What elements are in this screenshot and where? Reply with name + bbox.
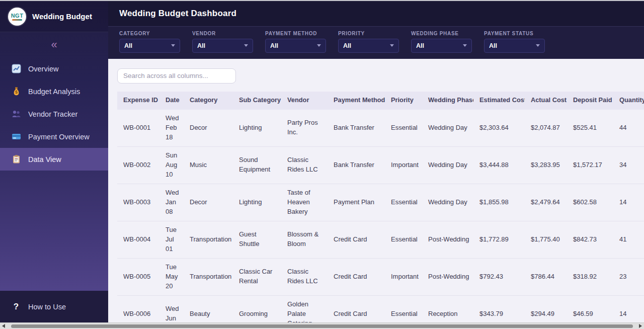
column-header[interactable]: Deposit Paid: [567, 92, 613, 110]
table-cell: $343.79: [473, 296, 525, 322]
sidebar-item-vendor-tracker[interactable]: Vendor Tracker: [0, 103, 108, 125]
horizontal-scrollbar[interactable]: [0, 322, 644, 329]
table-cell: WB-0002: [117, 147, 159, 184]
wedding-phase-select[interactable]: All: [411, 39, 472, 53]
brand-logo-icon: NGT: [8, 8, 26, 26]
filter-label: PAYMENT METHOD: [265, 31, 326, 36]
table-header: Expense IDDateCategorySub CategoryVendor…: [117, 92, 644, 110]
table-cell: $786.44: [525, 259, 567, 295]
category-select[interactable]: All: [119, 39, 180, 53]
table-cell: Credit Card: [328, 259, 385, 295]
table-cell: Decor: [184, 110, 233, 146]
table-cell: WB-0001: [117, 110, 159, 146]
table-cell: Lighting: [233, 184, 281, 221]
table-cell: $1,772.89: [473, 221, 525, 258]
chevron-down-icon: [390, 44, 394, 47]
data-table: Expense IDDateCategorySub CategoryVendor…: [117, 92, 644, 322]
column-header[interactable]: Estimated Cost: [473, 92, 525, 110]
table-cell: Credit Card: [328, 221, 385, 258]
sidebar-item-data-view[interactable]: Data View: [0, 148, 108, 171]
sidebar-item-how-to-use[interactable]: ? How to Use: [0, 291, 108, 322]
scroll-left-icon[interactable]: [2, 324, 5, 328]
payment-method-select[interactable]: All: [265, 39, 326, 53]
sidebar-item-payment-overview[interactable]: Payment Overview: [0, 125, 108, 148]
table-cell: Payment Plan: [328, 184, 385, 221]
table-cell: Essential: [385, 110, 422, 146]
search-input[interactable]: [117, 68, 236, 84]
scroll-right-icon[interactable]: [639, 324, 642, 328]
filter-label: WEDDING PHASE: [411, 31, 472, 36]
filter-payment-status: PAYMENT STATUS All: [484, 31, 545, 53]
table-cell: $2,303.64: [473, 110, 525, 146]
table-cell: Music: [184, 147, 233, 184]
select-value: All: [489, 42, 497, 49]
table-cell: Essential: [385, 221, 422, 258]
sidebar-item-label: Payment Overview: [28, 133, 90, 141]
priority-select[interactable]: All: [338, 39, 399, 53]
table-cell: 23: [613, 259, 644, 295]
column-header[interactable]: Vendor: [281, 92, 328, 110]
payment-status-select[interactable]: All: [484, 39, 545, 53]
filter-bar: CATEGORY All VENDOR All PAYMENT METHOD A…: [108, 27, 644, 59]
select-value: All: [124, 42, 132, 49]
table-cell: Post-Wedding: [422, 221, 473, 258]
scrollbar-thumb[interactable]: [11, 324, 633, 328]
chevron-down-icon: [317, 44, 321, 47]
table-cell: Important: [385, 147, 422, 184]
table-body: WB-0001Wed Feb 18DecorLightingParty Pros…: [117, 110, 644, 322]
table-cell: $1,572.17: [567, 147, 613, 184]
column-header[interactable]: Category: [184, 92, 233, 110]
column-header[interactable]: Expense ID: [117, 92, 159, 110]
table-cell: $2,074.87: [525, 110, 567, 146]
table-cell: Transportation: [184, 259, 233, 295]
sidebar-footer: ? How to Use: [0, 291, 108, 322]
sidebar-item-budget-analysis[interactable]: $ Budget Analysis: [0, 80, 108, 103]
column-header[interactable]: Sub Category: [233, 92, 281, 110]
table-row: WB-0002Sun Aug 10MusicSound EquipmentCla…: [117, 147, 644, 184]
chart-increasing-icon: [11, 64, 21, 74]
column-header[interactable]: Wedding Phase: [422, 92, 473, 110]
column-header[interactable]: Date: [159, 92, 184, 110]
table-cell: Tue May 20: [159, 259, 184, 295]
sidebar-item-label: Data View: [28, 155, 61, 163]
table-cell: Grooming: [233, 296, 281, 322]
column-header[interactable]: Actual Cost: [525, 92, 567, 110]
sidebar-item-label: Vendor Tracker: [28, 110, 77, 118]
table-cell: $1,855.98: [473, 184, 525, 221]
filter-label: PAYMENT STATUS: [484, 31, 545, 36]
table-cell: Decor: [184, 184, 233, 221]
table-cell: WB-0003: [117, 184, 159, 221]
filter-payment-method: PAYMENT METHOD All: [265, 31, 326, 53]
table-cell: Essential: [385, 296, 422, 322]
filter-label: VENDOR: [192, 31, 253, 36]
select-value: All: [270, 42, 278, 49]
table-cell: Blossom & Bloom: [281, 221, 328, 258]
sidebar-collapse-button[interactable]: «: [0, 32, 108, 55]
table-cell: WB-0006: [117, 296, 159, 322]
table-cell: 34: [613, 147, 644, 184]
filter-vendor: VENDOR All: [192, 31, 253, 53]
table-cell: $792.43: [473, 259, 525, 295]
table-cell: Classic Rides LLC: [281, 147, 328, 184]
select-value: All: [416, 42, 424, 49]
filter-priority: PRIORITY All: [338, 31, 399, 53]
table-cell: Bank Transfer: [328, 147, 385, 184]
column-header[interactable]: Quantity: [613, 92, 644, 110]
sidebar-nav: Overview $ Budget Analysis Vendor Tracke…: [0, 57, 108, 171]
clipboard-icon: [11, 154, 21, 164]
vendor-select[interactable]: All: [192, 39, 253, 53]
table-cell: $3,283.95: [525, 147, 567, 184]
sidebar-item-overview[interactable]: Overview: [0, 57, 108, 80]
main-area: Wedding Budget Dashboard CATEGORY All VE…: [108, 1, 644, 322]
table-cell: Sound Equipment: [233, 147, 281, 184]
table-cell: $294.49: [525, 296, 567, 322]
select-value: All: [197, 42, 205, 49]
table-cell: Sun Aug 10: [159, 147, 184, 184]
column-header[interactable]: Priority: [385, 92, 422, 110]
sidebar-item-label: Overview: [28, 65, 58, 73]
table-cell: Tue Jul 01: [159, 221, 184, 258]
table-row: WB-0006Wed JunBeautyGroomingGolden Palat…: [117, 296, 644, 322]
table-cell: $3,444.88: [473, 147, 525, 184]
column-header[interactable]: Payment Method: [328, 92, 385, 110]
table-cell: $318.92: [567, 259, 613, 295]
